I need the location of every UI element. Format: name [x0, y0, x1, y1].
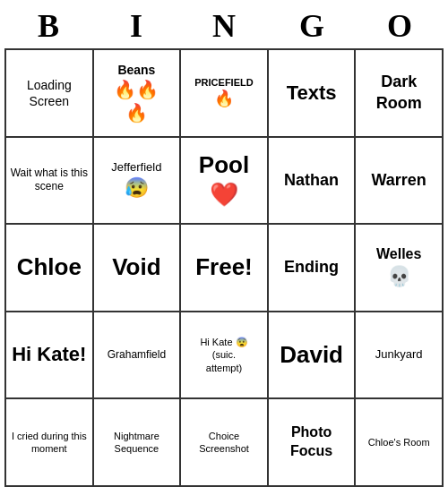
cell-label: Chloe's Room — [368, 436, 430, 449]
bingo-header: BINGO — [4, 7, 444, 45]
cell-label: Warren — [372, 170, 426, 191]
cell-emoji: 🔥 — [214, 89, 234, 109]
cell-label: Nathan — [284, 170, 339, 191]
bingo-letter-n: N — [185, 7, 263, 45]
cell-label: Loading Screen — [10, 77, 89, 109]
cell-label: Pool — [199, 150, 249, 181]
bingo-cell-r2c1: Wait what is this scene — [6, 138, 94, 226]
bingo-cell-r3c3: Free! — [181, 225, 269, 312]
cell-label: Hi Kate 😨(suic.attempt) — [200, 336, 247, 374]
cell-label: Hi Kate! — [12, 342, 86, 368]
bingo-cell-r4c1: Hi Kate! — [6, 312, 94, 400]
bingo-card: BINGO Loading ScreenBeans🔥🔥🔥PRICEFIELD🔥T… — [4, 7, 444, 487]
bingo-letter-i: I — [97, 7, 176, 45]
bingo-cell-r2c3: Pool❤️ — [181, 138, 269, 226]
bingo-cell-r4c3: Hi Kate 😨(suic.attempt) — [181, 312, 269, 400]
cell-label: Nightmare Sequence — [98, 430, 177, 456]
bingo-letter-o: O — [360, 7, 439, 45]
cell-label: Chloe — [17, 252, 82, 283]
bingo-cell-r1c1: Loading Screen — [6, 50, 94, 138]
cell-label: Ending — [284, 257, 339, 278]
cell-label: David — [280, 340, 343, 371]
bingo-cell-r5c2: Nightmare Sequence — [94, 399, 182, 487]
bingo-cell-r1c4: Texts — [269, 50, 357, 138]
bingo-cell-r5c1: I cried during this moment — [6, 399, 94, 487]
bingo-cell-r5c5: Chloe's Room — [356, 399, 444, 487]
bingo-cell-r3c2: Void — [94, 225, 182, 312]
bingo-cell-r1c3: PRICEFIELD🔥 — [181, 50, 269, 138]
cell-label: Junkyard — [375, 347, 423, 363]
cell-label: Free! — [195, 252, 253, 283]
cell-emoji: 💀 — [387, 264, 411, 290]
cell-label: Dark Room — [359, 72, 438, 114]
bingo-cell-r1c5: Dark Room — [356, 50, 444, 138]
bingo-cell-r1c2: Beans🔥🔥🔥 — [94, 50, 182, 138]
bingo-cell-r2c4: Nathan — [269, 138, 357, 226]
cell-label: Choice Screenshot — [185, 430, 263, 456]
cell-label: Texts — [287, 81, 337, 107]
bingo-cell-r4c2: Grahamfield — [94, 312, 182, 400]
cell-emoji: 😰 — [125, 175, 149, 201]
cell-label: Photo Focus — [272, 423, 351, 461]
cell-emoji: ❤️ — [210, 180, 238, 210]
cell-label: Welles — [376, 245, 421, 264]
cell-label: I cried during this moment — [10, 430, 89, 456]
bingo-letter-b: B — [9, 7, 88, 45]
bingo-cell-r4c5: Junkyard — [356, 312, 444, 400]
bingo-cell-r3c5: Welles💀 — [356, 225, 444, 312]
cell-label: Jefferfield — [111, 160, 161, 175]
bingo-cell-r2c2: Jefferfield😰 — [94, 138, 182, 226]
bingo-cell-r3c1: Chloe — [6, 225, 94, 312]
bingo-cell-r4c4: David — [269, 312, 357, 400]
cell-label: Wait what is this scene — [10, 167, 89, 194]
cell-label: Void — [112, 252, 160, 283]
bingo-cell-r3c4: Ending — [269, 225, 357, 312]
cell-emoji: 🔥🔥🔥 — [114, 78, 159, 124]
bingo-cell-r2c5: Warren — [356, 138, 444, 226]
cell-label: PRICEFIELD — [194, 76, 253, 89]
bingo-grid: Loading ScreenBeans🔥🔥🔥PRICEFIELD🔥TextsDa… — [4, 48, 444, 487]
bingo-cell-r5c4: Photo Focus — [269, 399, 357, 487]
bingo-cell-r5c3: Choice Screenshot — [181, 399, 269, 487]
bingo-letter-g: G — [272, 7, 351, 45]
cell-label: Grahamfield — [108, 348, 166, 363]
cell-label: Beans — [117, 62, 155, 78]
